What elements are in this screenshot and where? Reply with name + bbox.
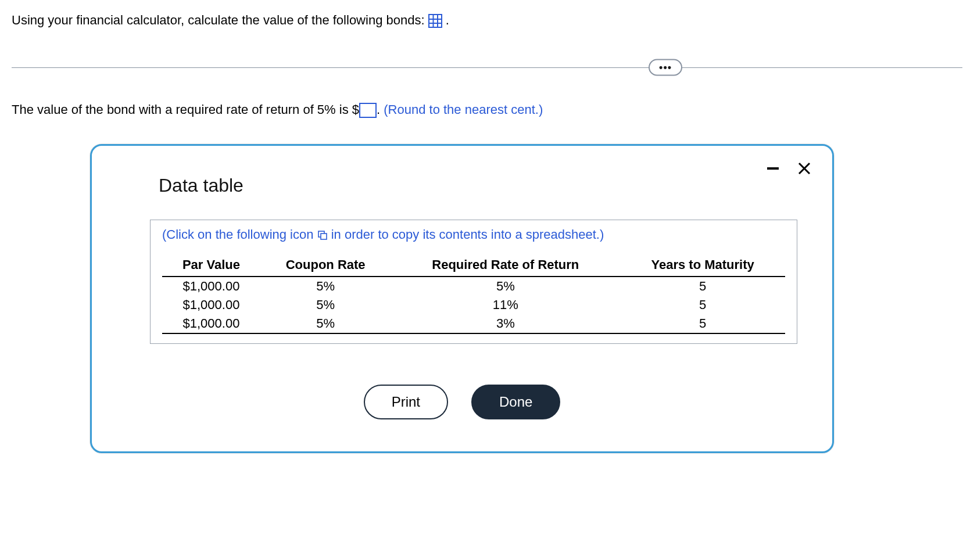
cell-years: 5 [620, 296, 785, 314]
cell-coupon: 5% [260, 277, 391, 296]
table-row: $1,000.00 5% 5% 5 [162, 277, 785, 296]
cell-years: 5 [620, 277, 785, 296]
copy-hint-prefix: (Click on the following icon [162, 227, 317, 242]
cell-par: $1,000.00 [162, 277, 260, 296]
th-years: Years to Maturity [620, 254, 785, 277]
question-prefix: Using your financial calculator, calcula… [12, 13, 428, 27]
table-row: $1,000.00 5% 3% 5 [162, 314, 785, 333]
th-par: Par Value [162, 254, 260, 277]
th-coupon: Coupon Rate [260, 254, 391, 277]
done-button[interactable]: Done [471, 385, 560, 419]
copy-icon[interactable] [317, 227, 331, 242]
svg-rect-0 [429, 15, 442, 27]
data-table-modal: Data table (Click on the following icon … [90, 144, 834, 453]
bond-data-table: Par Value Coupon Rate Required Rate of R… [162, 254, 785, 334]
answer-suffix: . [377, 102, 384, 117]
divider-line [12, 67, 962, 68]
cell-rrr: 11% [391, 296, 620, 314]
modal-title: Data table [159, 175, 809, 196]
minimize-icon[interactable] [765, 161, 780, 176]
close-icon[interactable] [797, 161, 812, 176]
table-row: $1,000.00 5% 11% 5 [162, 296, 785, 314]
print-button[interactable]: Print [364, 385, 448, 419]
more-pill[interactable]: ••• [649, 59, 682, 76]
question-suffix: . [446, 13, 449, 27]
cell-years: 5 [620, 314, 785, 333]
answer-hint: (Round to the nearest cent.) [384, 102, 543, 117]
answer-prefix: The value of the bond with a required ra… [12, 102, 359, 117]
cell-rrr: 3% [391, 314, 620, 333]
cell-coupon: 5% [260, 296, 391, 314]
th-rrr: Required Rate of Return [391, 254, 620, 277]
data-table-icon[interactable] [428, 13, 446, 27]
cell-par: $1,000.00 [162, 296, 260, 314]
cell-par: $1,000.00 [162, 314, 260, 333]
svg-rect-9 [321, 234, 327, 239]
cell-coupon: 5% [260, 314, 391, 333]
copy-hint-suffix: in order to copy its contents into a spr… [331, 227, 604, 242]
cell-rrr: 5% [391, 277, 620, 296]
answer-input[interactable] [359, 103, 377, 118]
